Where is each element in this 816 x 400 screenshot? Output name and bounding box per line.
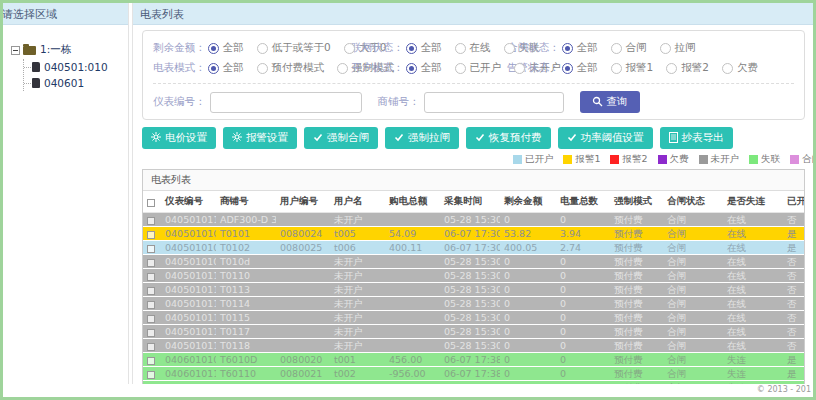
table-cell: 0	[556, 213, 610, 227]
row-checkbox[interactable]	[147, 231, 155, 239]
radio-option[interactable]: 全部	[208, 61, 244, 75]
radio-option[interactable]: 全部	[208, 41, 244, 55]
row-checkbox-cell	[143, 283, 161, 297]
legend-label: 合闸	[802, 153, 813, 166]
table-cell	[276, 283, 330, 297]
copyright-text: © 2013 - 201	[757, 385, 811, 394]
filter-group: 联网状态：全部在线失联	[351, 41, 507, 55]
toolbar-button-3[interactable]: 强制合闸	[304, 127, 378, 149]
legend-item: 失联	[749, 153, 780, 166]
radio-option-label: 合闸	[626, 41, 647, 55]
radio-option-label: 低于或等于0	[272, 41, 331, 55]
table-cell: 是	[783, 353, 804, 367]
column-header: 强制模式	[610, 191, 663, 213]
toolbar-button-2[interactable]: 报警设置	[223, 127, 297, 149]
radio-option-label: 预付费模式	[272, 61, 325, 75]
radio-option[interactable]: 预付费模式	[257, 61, 325, 75]
row-checkbox[interactable]	[147, 245, 155, 253]
table-cell: 456.00	[385, 353, 440, 367]
toolbar-button-7[interactable]: 抄表导出	[660, 127, 733, 149]
table-cell: T0113	[216, 283, 276, 297]
table-cell: 0	[500, 269, 556, 283]
legend-swatch-icon	[658, 155, 667, 164]
table-row: 040601010DT6010D0080020t001456.0006-07 1…	[143, 353, 804, 367]
radio-icon	[514, 63, 525, 74]
table-cell: 0	[500, 283, 556, 297]
table-cell: 失连	[723, 353, 783, 367]
radio-option-label: 报警1	[626, 61, 654, 75]
radio-option[interactable]: 在线	[455, 41, 491, 55]
table-cell: 预付费	[610, 339, 663, 353]
radio-option[interactable]: 报警1	[611, 61, 654, 75]
table-cell: 0405010101	[161, 227, 216, 241]
row-checkbox[interactable]	[147, 287, 155, 295]
row-checkbox-cell	[143, 367, 161, 381]
table-cell: 3.94	[556, 227, 610, 241]
table-cell: 在线	[723, 255, 783, 269]
query-button[interactable]: 查询	[580, 91, 640, 113]
row-checkbox[interactable]	[147, 301, 155, 309]
toolbar-button-6[interactable]: 功率阈值设置	[558, 127, 653, 149]
row-checkbox[interactable]	[147, 357, 155, 365]
table-cell: 0	[556, 269, 610, 283]
table-cell: 预付费	[610, 297, 663, 311]
collapse-icon[interactable]	[11, 46, 20, 55]
select-all-checkbox[interactable]	[147, 199, 155, 207]
meter-no-input[interactable]	[210, 92, 362, 113]
radio-option[interactable]: 全部	[562, 61, 598, 75]
row-checkbox-cell	[143, 227, 161, 241]
table-cell: 否	[783, 213, 804, 227]
row-checkbox[interactable]	[147, 329, 155, 337]
page-title: 电表列表	[140, 8, 184, 21]
filter-group-label: 开户状态：	[351, 61, 404, 75]
table-cell: 合闸	[663, 297, 723, 311]
radio-option[interactable]: 欠费	[722, 61, 758, 75]
table-cell: 05-28 15:30:00	[440, 297, 500, 311]
legend-swatch-icon	[699, 155, 708, 164]
radio-option-label: 全部	[577, 61, 598, 75]
row-checkbox[interactable]	[147, 259, 155, 267]
table-cell: t005	[330, 227, 385, 241]
table-cell: 05-28 15:30:00	[440, 325, 500, 339]
row-checkbox[interactable]	[147, 217, 155, 225]
radio-option[interactable]: 低于或等于0	[257, 41, 331, 55]
table-cell: 400.05	[500, 241, 556, 255]
legend-item: 报警1	[563, 153, 600, 166]
radio-icon	[406, 63, 417, 74]
toolbar-button-4[interactable]: 强制拉闸	[385, 127, 459, 149]
toolbar-button-5[interactable]: 恢复预付费	[466, 127, 551, 149]
radio-option[interactable]: 已开户	[455, 61, 502, 75]
radio-option[interactable]: 合闸	[611, 41, 647, 55]
column-header: 商铺号	[216, 191, 276, 213]
table-cell: 0	[556, 311, 610, 325]
table-cell: 0	[500, 297, 556, 311]
table-row: 0405010118T0118未开户05-28 15:30:0000预付费合闸在…	[143, 339, 804, 353]
radio-option[interactable]: 全部	[406, 61, 442, 75]
row-checkbox-cell	[143, 241, 161, 255]
table-cell: t002	[330, 367, 385, 381]
table-cell: 0	[500, 311, 556, 325]
toolbar-button-1[interactable]: 电价设置	[142, 127, 216, 149]
shop-no-input[interactable]	[424, 92, 564, 113]
radio-option[interactable]: 全部	[562, 41, 598, 55]
row-checkbox[interactable]	[147, 315, 155, 323]
radio-option[interactable]: 全部	[406, 41, 442, 55]
radio-option-label: 已开户	[470, 61, 502, 75]
table-cell: 0	[556, 255, 610, 269]
row-checkbox[interactable]	[147, 273, 155, 281]
tree-node-root[interactable]: 1:一栋	[11, 41, 124, 59]
row-checkbox[interactable]	[147, 371, 155, 379]
sidebar-header: 请选择区域	[3, 3, 128, 25]
row-checkbox-cell	[143, 297, 161, 311]
column-header: 合闸状态	[663, 191, 723, 213]
radio-option[interactable]: 拉闸	[660, 41, 696, 55]
legend-label: 已开户	[525, 153, 554, 166]
table-cell: 在线	[723, 283, 783, 297]
table-cell: T0101	[216, 227, 276, 241]
row-checkbox[interactable]	[147, 343, 155, 351]
main-panel: 电表列表 剩余金额：全部低于或等于0大于0联网状态：全部在线失联合闸状态：全部合…	[132, 3, 813, 384]
radio-option[interactable]: 报警2	[666, 61, 709, 75]
tree-node-label: 040501:010	[44, 61, 108, 73]
tree-node-child[interactable]: 040501:010	[24, 59, 124, 75]
tree-node-child[interactable]: 040601	[24, 75, 124, 91]
